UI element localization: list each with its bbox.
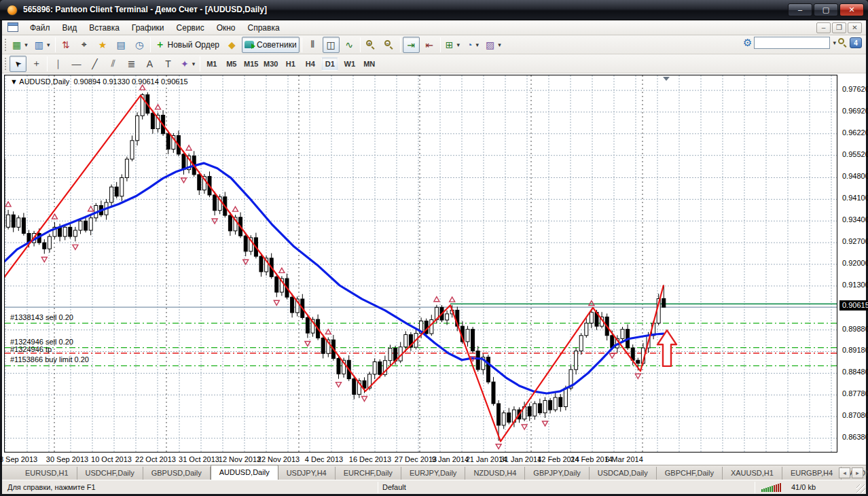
status-profile[interactable]: Default (382, 483, 406, 491)
chart-tab-NZDUSD,H4[interactable]: NZDUSD,H4 (465, 467, 525, 480)
text-label-button[interactable]: T (160, 56, 177, 72)
ohlc-high: 0.91330 (103, 77, 130, 86)
fractal-up-icon (279, 268, 285, 272)
trendline-button[interactable]: ╱ (86, 56, 103, 72)
chart-tab-EURCHF,Daily[interactable]: EURCHF,Daily (336, 467, 401, 480)
chart-tab-USDCAD,Daily[interactable]: USDCAD,Daily (590, 467, 657, 480)
new-order-button[interactable]: ＋Новый Ордер (153, 37, 222, 53)
auto-scroll-button[interactable]: ⇥ (403, 37, 420, 53)
toolbar-drag-handle[interactable] (4, 57, 7, 71)
vertical-line-button[interactable]: ｜ (50, 56, 67, 72)
timeframe-D1[interactable]: D1 (321, 57, 338, 71)
indicators-button[interactable]: ⊞▾ (443, 37, 463, 53)
mdi-restore-button[interactable]: ❐ (832, 22, 846, 33)
strategy-tester-button[interactable]: ◷ (131, 37, 148, 53)
menu-item-Сервис[interactable]: Сервис (170, 21, 211, 35)
candlestick-mode-button[interactable]: ◫ (323, 37, 340, 53)
chart-tab-EURGBP,H4[interactable]: EURGBP,H4 (782, 467, 842, 480)
periods-button[interactable]: ◔▾ (464, 37, 482, 53)
timeframe-MN[interactable]: MN (361, 57, 378, 71)
timeframe-M30[interactable]: M30 (262, 57, 279, 71)
search-input[interactable] (754, 37, 830, 49)
time-axis[interactable]: 18 Sep 201330 Sep 201310 Oct 201322 Oct … (4, 454, 837, 465)
mdi-close-button[interactable]: ✕ (848, 22, 862, 33)
menu-item-Справка[interactable]: Справка (242, 21, 286, 35)
timeframe-H1[interactable]: H1 (282, 57, 299, 71)
metaeditor-button[interactable]: ◆ (223, 37, 240, 53)
cursor-tool-button[interactable]: ➤ (10, 56, 26, 72)
text-tool-button[interactable]: A (141, 56, 158, 72)
notifications-badge[interactable]: 4 (850, 37, 862, 48)
price-tick: 0.94800 (842, 172, 868, 180)
chart-tab-GBPJPY,Daily[interactable]: GBPJPY,Daily (525, 467, 590, 480)
timeframe-W1[interactable]: W1 (341, 57, 358, 71)
search-history-dropdown[interactable]: ▾ (833, 39, 836, 46)
timeframe-M5[interactable]: M5 (223, 57, 240, 71)
channel-button[interactable]: ⫽ (105, 56, 122, 72)
chart-canvas[interactable]: ▼ AUDUSD,Daily 0.90894 0.91330 0.90614 0… (4, 75, 837, 453)
menu-item-Файл[interactable]: Файл (24, 21, 56, 35)
fractal-down-icon (274, 300, 279, 305)
crosshair-tool-button[interactable]: ＋ (28, 56, 45, 72)
maximize-button[interactable]: ▢ (814, 3, 838, 16)
timeframe-M1[interactable]: M1 (203, 57, 220, 71)
line-chart-icon: ∿ (345, 39, 353, 50)
mdi-minimize-button[interactable]: – (816, 22, 831, 33)
order-label[interactable]: #1153866 buy limit 0.20 (10, 355, 89, 364)
data-window-button[interactable]: ▤ (113, 37, 130, 53)
gear-icon[interactable]: ⚙ (743, 37, 752, 49)
crosshair-window-button[interactable]: ⌖ (76, 37, 93, 53)
timeframe-M15[interactable]: M15 (242, 57, 259, 71)
chart-shift-button[interactable]: ⇤ (421, 37, 438, 53)
close-button[interactable]: ✕ (839, 3, 864, 16)
plus-icon: ＋ (156, 39, 165, 51)
favorites-button[interactable]: ★ (94, 37, 111, 53)
chart-shift-marker[interactable] (663, 77, 670, 81)
toolbar-drag-handle[interactable] (4, 38, 7, 52)
menu-item-Вставка[interactable]: Вставка (83, 21, 126, 35)
chart-tab-GBPCHF,Daily[interactable]: GBPCHF,Daily (657, 467, 723, 480)
chart-plot[interactable] (5, 75, 837, 452)
chevron-down-icon: ▾ (192, 60, 196, 67)
order-label[interactable]: #1324946 sell 0.20 (10, 338, 73, 346)
tab-scroll-right-button[interactable]: ▸ (852, 467, 863, 478)
arrow-up-object[interactable] (657, 330, 676, 366)
chart-tab-AUDUSD,Daily[interactable]: AUDUSD,Daily (211, 465, 278, 480)
profiles-button[interactable]: ▥▾ (32, 37, 53, 53)
minimize-button[interactable]: – (788, 3, 812, 16)
new-chart-button[interactable]: ▦▾ (10, 37, 31, 53)
tick-chart-button[interactable]: ⇅ (58, 37, 75, 53)
menu-item-Окно[interactable]: Окно (211, 21, 242, 35)
chart-window-icon[interactable] (7, 22, 18, 32)
chart-tab-XAUUSD,H1[interactable]: XAUUSD,H1 (723, 467, 782, 480)
bar-chart-mode-button[interactable]: ⫴ (304, 37, 321, 53)
arrows-tool-button[interactable]: ✦▾ (178, 56, 198, 72)
search-icon[interactable] (838, 38, 848, 48)
time-tick: 4 Dec 2013 (300, 455, 348, 463)
horizontal-line-button[interactable]: — (68, 56, 85, 72)
chart-tab-USDCHF,Daily[interactable]: USDCHF,Daily (77, 467, 143, 480)
zoom-out-button[interactable]: − (381, 37, 398, 53)
timeframe-H4[interactable]: H4 (302, 57, 319, 71)
zoom-in-button[interactable]: + (363, 37, 380, 53)
title-bar[interactable]: 565896: Panteon Client Terminal - Демо С… (0, 0, 868, 20)
chart-tab-EURUSD,H1[interactable]: EURUSD,H1 (17, 467, 77, 480)
menu-item-Вид[interactable]: Вид (56, 21, 84, 35)
price-axis[interactable]: 0.976200.969200.962200.955200.948000.941… (839, 75, 866, 465)
order-label[interactable]: #1338143 sell 0.20 (10, 313, 73, 321)
tab-scroll-left-button[interactable]: ◂ (839, 467, 850, 478)
chart-tab-GBPUSD,Daily[interactable]: GBPUSD,Daily (143, 467, 211, 480)
collapse-arrow-icon[interactable]: ▼ (10, 77, 19, 86)
chart-tab-USDJPY,H4[interactable]: USDJPY,H4 (278, 467, 336, 480)
chart-tab-EURJPY,Daily[interactable]: EURJPY,Daily (401, 467, 466, 480)
menu-item-Графики[interactable]: Графики (126, 21, 170, 35)
templates-button[interactable]: ▨▾ (483, 37, 504, 53)
fractal-down-icon (41, 258, 47, 262)
order-label[interactable]: #1324946 tp (10, 345, 52, 353)
fibonacci-button[interactable]: ≣ (123, 56, 140, 72)
chart-zone: ▼ AUDUSD,Daily 0.90894 0.91330 0.90614 0… (2, 73, 866, 465)
line-chart-mode-button[interactable]: ∿ (341, 37, 358, 53)
expert-advisors-button[interactable]: Советники (242, 37, 300, 53)
resize-grip[interactable] (856, 484, 865, 493)
moving-average-line[interactable] (5, 163, 664, 393)
